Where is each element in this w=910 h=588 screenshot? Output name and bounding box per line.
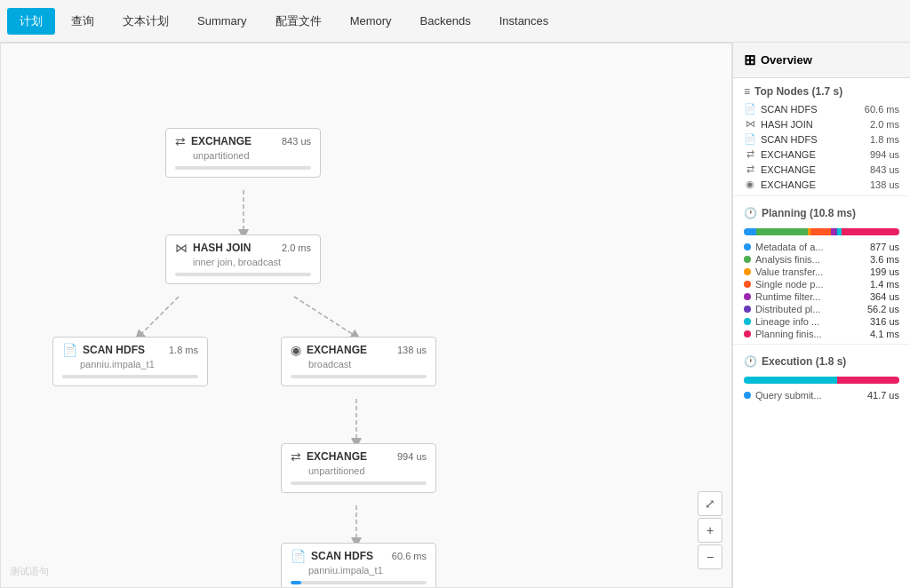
node-exchange2[interactable]: ◉ EXCHANGE 138 us broadcast — [281, 337, 436, 386]
panel-scroll[interactable]: ≡ Top Nodes (1.7 s) 📄 SCAN HDFS 60.6 ms … — [733, 78, 910, 588]
top-nodes-title: Top Nodes (1.7 s) — [754, 85, 842, 98]
top-node-0-name: SCAN HDFS — [761, 104, 860, 115]
svg-line-2 — [294, 297, 356, 337]
tab-backends[interactable]: Backends — [408, 9, 483, 33]
planning-title: Planning (10.8 ms) — [762, 207, 856, 219]
exchange2-sub: broadcast — [308, 359, 427, 369]
planning-val: 364 us — [870, 291, 899, 302]
hashjoin-icon: ⋈ — [175, 241, 188, 255]
planning-dot — [744, 268, 751, 275]
planning-dot — [744, 281, 751, 288]
top-node-4-time: 843 us — [870, 164, 899, 175]
top-node-1-icon: ⋈ — [744, 118, 756, 130]
divider1 — [733, 195, 910, 196]
exchange2-bar — [291, 375, 427, 378]
node-scanhdfs2[interactable]: 📄 SCAN HDFS 60.6 ms panniu.impala_t1 — [281, 543, 436, 588]
hashjoin-sub: inner join, broadcast — [193, 257, 311, 267]
hashjoin-bar — [175, 273, 311, 276]
planning-label: Single node p... — [755, 279, 866, 290]
scan1-time: 1.8 ms — [169, 345, 198, 355]
planning-label: Analysis finis... — [755, 254, 866, 265]
scan1-sub: panniu.impala_t1 — [80, 359, 198, 369]
fit-button[interactable]: ⤢ — [698, 491, 722, 516]
planning-item: Planning finis... 4.1 ms — [733, 328, 910, 340]
exchange2-icon: ◉ — [291, 343, 301, 357]
tab-text-plan[interactable]: 文本计划 — [110, 8, 181, 35]
top-node-1-time: 2.0 ms — [870, 119, 899, 130]
top-node-1-name: HASH JOIN — [761, 119, 866, 130]
planning-val: 3.6 ms — [870, 254, 899, 265]
tab-memory[interactable]: Memory — [338, 9, 404, 33]
exchange1-icon: ⇄ — [175, 134, 186, 148]
tab-summary[interactable]: Summary — [185, 9, 259, 33]
planning-val: 56.2 us — [867, 304, 899, 314]
watermark: 测试语句 — [10, 565, 49, 578]
top-nodes-section: ≡ Top Nodes (1.7 s) — [733, 78, 910, 101]
svg-line-1 — [139, 297, 179, 337]
planning-dot — [744, 243, 751, 250]
top-node-3-name: EXCHANGE — [761, 149, 866, 160]
planning-item: Analysis finis... 3.6 ms — [733, 253, 910, 266]
scan1-bar — [62, 375, 198, 378]
execution-bar-container — [733, 371, 910, 389]
exchange3-title: EXCHANGE — [307, 450, 367, 463]
top-node-1[interactable]: ⋈ HASH JOIN 2.0 ms — [733, 116, 910, 131]
scan2-time: 60.6 ms — [392, 551, 427, 561]
top-node-0[interactable]: 📄 SCAN HDFS 60.6 ms — [733, 101, 910, 116]
node-exchange3[interactable]: ⇄ EXCHANGE 994 us unpartitioned — [281, 443, 436, 493]
hashjoin-title: HASH JOIN — [193, 242, 251, 254]
zoom-out-button[interactable]: − — [698, 544, 722, 569]
planning-val: 199 us — [870, 266, 899, 277]
planning-dot — [744, 318, 751, 325]
planning-label: Planning finis... — [755, 329, 866, 339]
planning-val: 1.4 ms — [870, 279, 899, 290]
top-node-2-name: SCAN HDFS — [761, 134, 866, 145]
planning-label: Runtime filter... — [755, 291, 866, 302]
planning-item: Single node p... 1.4 ms — [733, 278, 910, 290]
top-node-4-icon: ⇄ — [744, 163, 756, 175]
clock-icon: 🕐 — [744, 207, 757, 219]
exchange3-bar — [291, 481, 427, 485]
planning-dot — [744, 293, 751, 300]
node-hashjoin[interactable]: ⋈ HASH JOIN 2.0 ms inner join, broadcast — [165, 234, 321, 284]
tab-config[interactable]: 配置文件 — [263, 8, 334, 35]
top-node-5-icon: ◉ — [744, 179, 756, 190]
top-node-3-time: 994 us — [870, 149, 899, 160]
top-node-3[interactable]: ⇄ EXCHANGE 994 us — [733, 147, 910, 162]
filter-icon: ≡ — [744, 85, 750, 98]
exchange3-time: 994 us — [397, 451, 427, 462]
panel-title: Overview — [761, 53, 812, 67]
top-node-5[interactable]: ◉ EXCHANGE 138 us — [733, 177, 910, 192]
top-node-4[interactable]: ⇄ EXCHANGE 843 us — [733, 162, 910, 177]
node-exchange1[interactable]: ⇄ EXCHANGE 843 us unpartitioned — [165, 128, 321, 178]
top-node-2[interactable]: 📄 SCAN HDFS 1.8 ms — [733, 131, 910, 147]
scan1-title: SCAN HDFS — [83, 344, 145, 356]
planning-section: 🕐 Planning (10.8 ms) — [733, 200, 910, 223]
tab-plan[interactable]: 计划 — [7, 8, 55, 35]
exchange1-time: 843 us — [282, 136, 311, 147]
planning-val: 4.1 ms — [870, 329, 899, 339]
planning-val: 877 us — [870, 242, 899, 252]
planning-item: Value transfer... 199 us — [733, 266, 910, 278]
execution-label: Query submit... — [755, 390, 863, 401]
tab-query[interactable]: 查询 — [59, 8, 107, 35]
exchange3-sub: unpartitioned — [308, 465, 427, 476]
right-panel: ⊞ Overview ≡ Top Nodes (1.7 s) 📄 SCAN HD… — [732, 43, 910, 588]
top-node-3-icon: ⇄ — [744, 148, 756, 160]
planning-items: Metadata of a... 877 us Analysis finis..… — [733, 241, 910, 340]
tab-instances[interactable]: Instances — [487, 9, 562, 33]
panel-header: ⊞ Overview — [733, 43, 910, 78]
node-scanhdfs1[interactable]: 📄 SCAN HDFS 1.8 ms panniu.impala_t1 — [52, 337, 208, 386]
execution-item: Query submit... 41.7 us — [733, 389, 910, 401]
planning-item: Lineage info ... 316 us — [733, 315, 910, 328]
exchange1-bar — [175, 166, 311, 170]
plan-canvas[interactable]: ⇄ EXCHANGE 843 us unpartitioned ⋈ HASH J… — [0, 43, 732, 588]
top-node-0-time: 60.6 ms — [865, 104, 899, 115]
exchange1-title: EXCHANGE — [191, 135, 251, 147]
exchange2-title: EXCHANGE — [307, 344, 367, 356]
planning-item: Runtime filter... 364 us — [733, 290, 910, 303]
divider2 — [733, 344, 910, 345]
planning-dot — [744, 256, 751, 263]
scan2-icon: 📄 — [291, 549, 306, 563]
zoom-in-button[interactable]: + — [698, 518, 722, 543]
